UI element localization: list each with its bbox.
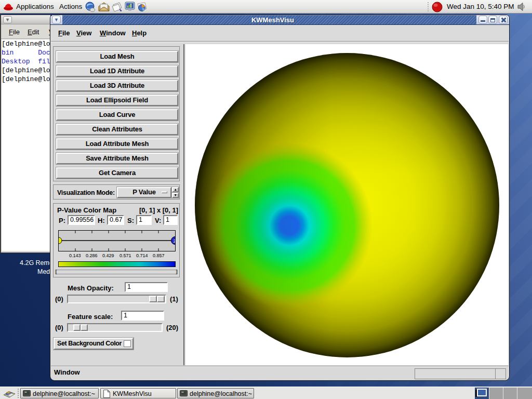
svg-text:2: 2	[173, 238, 175, 244]
